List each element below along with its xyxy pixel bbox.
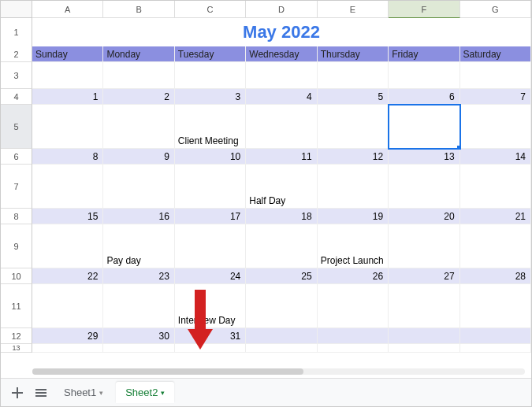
date-cell[interactable]: 8: [32, 149, 103, 165]
event-cell[interactable]: Pay day: [103, 224, 174, 268]
event-cell[interactable]: [246, 62, 317, 89]
event-cell[interactable]: [175, 224, 246, 268]
dayname-monday[interactable]: Monday: [103, 46, 174, 62]
event-cell[interactable]: [460, 284, 531, 328]
date-cell[interactable]: 23: [103, 268, 174, 284]
row-header-8[interactable]: 8: [1, 209, 32, 224]
col-header-G[interactable]: G: [460, 1, 531, 18]
date-cell[interactable]: 2: [103, 89, 174, 105]
event-cell[interactable]: [389, 224, 459, 268]
row-header-12[interactable]: 12: [1, 328, 32, 344]
col-header-A[interactable]: A: [32, 1, 103, 18]
date-cell[interactable]: 5: [318, 89, 389, 105]
event-cell[interactable]: [175, 62, 246, 89]
row-header-13[interactable]: 13: [1, 344, 32, 353]
row-header-1[interactable]: 1: [1, 18, 32, 47]
event-cell[interactable]: [103, 165, 174, 209]
event-cell[interactable]: [246, 284, 317, 328]
event-cell[interactable]: [103, 105, 174, 149]
col-header-F[interactable]: F: [389, 1, 459, 18]
row-header-11[interactable]: 11: [1, 284, 32, 328]
row-header-2[interactable]: 2: [1, 46, 32, 62]
col-header-C[interactable]: C: [175, 1, 246, 18]
date-cell[interactable]: 6: [389, 89, 459, 105]
row-header-3[interactable]: 3: [1, 62, 32, 89]
fill-handle[interactable]: [457, 146, 460, 149]
date-cell[interactable]: 4: [246, 89, 317, 105]
date-cell[interactable]: 7: [460, 89, 531, 105]
row-header-7[interactable]: 7: [1, 165, 32, 209]
event-cell[interactable]: [389, 344, 459, 353]
event-cell[interactable]: Project Launch: [318, 224, 389, 268]
date-cell[interactable]: 16: [103, 209, 174, 224]
row-header-10[interactable]: 10: [1, 268, 32, 284]
event-cell[interactable]: [175, 165, 246, 209]
date-cell[interactable]: 19: [318, 209, 389, 224]
dayname-saturday[interactable]: Saturday: [460, 46, 531, 62]
event-cell[interactable]: Client Meeting: [175, 105, 246, 149]
event-cell[interactable]: [389, 284, 459, 328]
date-cell[interactable]: 22: [32, 268, 103, 284]
date-cell[interactable]: 29: [32, 328, 103, 344]
date-cell[interactable]: 26: [318, 268, 389, 284]
event-cell[interactable]: [318, 344, 389, 353]
event-cell[interactable]: [32, 344, 103, 353]
date-cell[interactable]: 27: [389, 268, 459, 284]
row-header-5[interactable]: 5: [1, 105, 32, 149]
date-cell[interactable]: 28: [460, 268, 531, 284]
add-sheet-button[interactable]: [7, 383, 28, 403]
event-cell[interactable]: [318, 165, 389, 209]
date-cell[interactable]: 15: [32, 209, 103, 224]
event-cell[interactable]: [460, 165, 531, 209]
event-cell[interactable]: [460, 344, 531, 353]
date-cell[interactable]: 30: [103, 328, 174, 344]
event-cell[interactable]: [318, 284, 389, 328]
date-cell[interactable]: 21: [460, 209, 531, 224]
selected-cell[interactable]: [389, 105, 459, 149]
event-cell[interactable]: [389, 62, 459, 89]
date-cell[interactable]: 18: [246, 209, 317, 224]
event-cell[interactable]: [32, 105, 103, 149]
date-cell[interactable]: 24: [175, 268, 246, 284]
dayname-wednesday[interactable]: Wednesday: [246, 46, 317, 62]
date-cell[interactable]: 1: [32, 89, 103, 105]
dayname-thursday[interactable]: Thursday: [318, 46, 389, 62]
event-cell[interactable]: Half Day: [246, 165, 317, 209]
event-cell[interactable]: [460, 224, 531, 268]
date-cell[interactable]: 11: [246, 149, 317, 165]
event-cell[interactable]: [32, 165, 103, 209]
event-cell[interactable]: [318, 105, 389, 149]
date-cell[interactable]: [318, 328, 389, 344]
sheet-tab-sheet2[interactable]: Sheet2 ▾: [116, 382, 174, 403]
event-cell[interactable]: [32, 62, 103, 89]
date-cell[interactable]: 3: [175, 89, 246, 105]
date-cell[interactable]: [460, 328, 531, 344]
horizontal-scrollbar[interactable]: [32, 367, 525, 376]
date-cell[interactable]: 14: [460, 149, 531, 165]
col-header-E[interactable]: E: [318, 1, 389, 18]
event-cell[interactable]: [246, 344, 317, 353]
dayname-tuesday[interactable]: Tuesday: [175, 46, 246, 62]
date-cell[interactable]: 17: [175, 209, 246, 224]
row-header-6[interactable]: 6: [1, 149, 32, 165]
event-cell[interactable]: [32, 224, 103, 268]
select-all-corner[interactable]: [1, 1, 32, 18]
col-header-B[interactable]: B: [103, 1, 174, 18]
date-cell[interactable]: 13: [389, 149, 459, 165]
date-cell[interactable]: 25: [246, 268, 317, 284]
all-sheets-button[interactable]: [31, 383, 51, 403]
date-cell[interactable]: 12: [318, 149, 389, 165]
date-cell[interactable]: [246, 328, 317, 344]
event-cell[interactable]: [103, 62, 174, 89]
event-cell[interactable]: [103, 284, 174, 328]
row-header-4[interactable]: 4: [1, 89, 32, 105]
sheet-tab-sheet1[interactable]: Sheet1 ▾: [54, 382, 113, 403]
date-cell[interactable]: 20: [389, 209, 459, 224]
dayname-sunday[interactable]: Sunday: [32, 46, 103, 62]
event-cell[interactable]: [103, 344, 174, 353]
row-header-9[interactable]: 9: [1, 224, 32, 268]
calendar-title[interactable]: May 2022: [32, 18, 531, 47]
col-header-D[interactable]: D: [246, 1, 317, 18]
dayname-friday[interactable]: Friday: [389, 46, 459, 62]
date-cell[interactable]: 9: [103, 149, 174, 165]
